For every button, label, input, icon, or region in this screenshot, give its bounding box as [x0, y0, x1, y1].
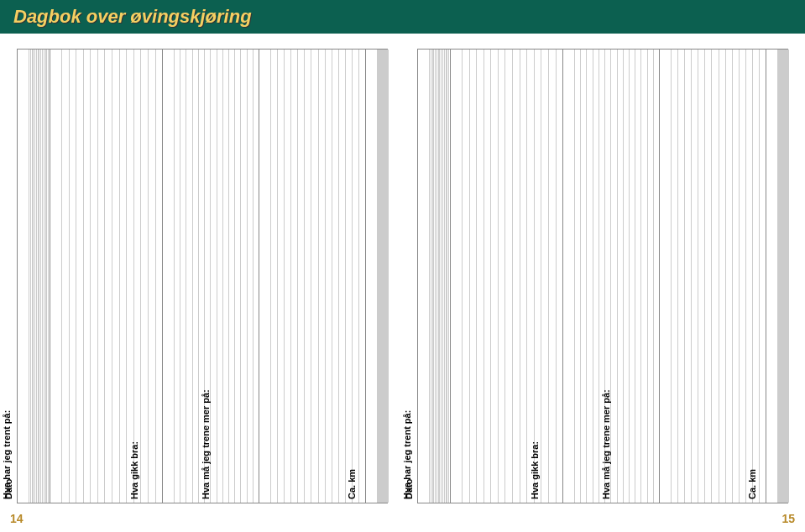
table-cell[interactable]: [76, 50, 84, 503]
cells-bra[interactable]: [175, 50, 259, 503]
table-cell[interactable]: [254, 50, 259, 503]
table-cell[interactable]: [319, 50, 326, 503]
table-cell[interactable]: [753, 50, 760, 503]
table-cell[interactable]: [98, 50, 106, 503]
table-cell[interactable]: [712, 50, 719, 503]
table-cell[interactable]: [339, 50, 346, 503]
table-cell[interactable]: [180, 50, 186, 503]
table-cell[interactable]: [685, 50, 692, 503]
table-cell[interactable]: [193, 50, 199, 503]
table-cell[interactable]: [359, 50, 365, 503]
table-cell[interactable]: [229, 50, 235, 503]
table-cell[interactable]: [463, 50, 470, 503]
table-cell[interactable]: [223, 50, 229, 503]
table-cell[interactable]: [211, 50, 217, 503]
table-cell[interactable]: [641, 50, 647, 503]
table-cell[interactable]: [541, 50, 549, 503]
table-cell[interactable]: [62, 50, 70, 503]
table-cell[interactable]: [549, 50, 557, 503]
table-cell[interactable]: [127, 50, 134, 503]
col-header-label: Hva gikk bra:: [129, 441, 139, 499]
table-cell[interactable]: [477, 50, 484, 503]
table-cell[interactable]: [746, 50, 753, 503]
table-cell[interactable]: [575, 50, 581, 503]
table-cell[interactable]: [278, 50, 285, 503]
table-cell[interactable]: [557, 50, 563, 503]
table-cell[interactable]: [505, 50, 513, 503]
cells-mer[interactable]: [271, 50, 365, 503]
cells-dato[interactable]: [29, 50, 50, 503]
table-cell[interactable]: [271, 50, 278, 503]
table-cell[interactable]: [672, 50, 678, 503]
table-cell[interactable]: [705, 50, 712, 503]
table-cell[interactable]: [149, 50, 156, 503]
table-cell[interactable]: [760, 50, 766, 503]
table-cell[interactable]: [788, 50, 789, 503]
table-cell[interactable]: [648, 50, 654, 503]
table-cell[interactable]: [654, 50, 659, 503]
table-cell[interactable]: [513, 50, 520, 503]
col-header-label: Hva har jeg trent på:: [401, 410, 411, 499]
table-cell[interactable]: [235, 50, 241, 503]
table-cell[interactable]: [175, 50, 180, 503]
cells-trent[interactable]: [62, 50, 162, 503]
table-cell[interactable]: [134, 50, 142, 503]
table-cell[interactable]: [449, 50, 450, 503]
table-cell[interactable]: [726, 50, 733, 503]
table-cell[interactable]: [84, 50, 91, 503]
table-cell[interactable]: [388, 50, 389, 503]
table-cell[interactable]: [618, 50, 624, 503]
table-cell[interactable]: [624, 50, 630, 503]
table-cell[interactable]: [733, 50, 740, 503]
log-page-right: Dato Hva har jeg trent på:: [417, 49, 788, 503]
table-cell[interactable]: [311, 50, 318, 503]
table-cell[interactable]: [698, 50, 705, 503]
table-cell[interactable]: [248, 50, 254, 503]
table-cell[interactable]: [141, 50, 149, 503]
table-cell[interactable]: [535, 50, 542, 503]
table-cell[interactable]: [49, 50, 50, 503]
cells-trent[interactable]: [463, 50, 562, 503]
cells-km[interactable]: [778, 50, 789, 503]
table-cell[interactable]: [241, 50, 247, 503]
table-cell[interactable]: [285, 50, 291, 503]
table-cell[interactable]: [217, 50, 223, 503]
table-cell[interactable]: [520, 50, 528, 503]
cells-mer[interactable]: [672, 50, 766, 503]
table-cell[interactable]: [112, 50, 120, 503]
table-cell[interactable]: [305, 50, 311, 503]
table-cell[interactable]: [611, 50, 617, 503]
table-cell[interactable]: [630, 50, 635, 503]
table-cell[interactable]: [527, 50, 535, 503]
table-cell[interactable]: [470, 50, 478, 503]
table-cell[interactable]: [291, 50, 298, 503]
table-cell[interactable]: [499, 50, 506, 503]
table-cell[interactable]: [70, 50, 77, 503]
table-cell[interactable]: [353, 50, 359, 503]
table-cell[interactable]: [719, 50, 726, 503]
table-cell[interactable]: [635, 50, 641, 503]
table-cell[interactable]: [692, 50, 698, 503]
table-cell[interactable]: [346, 50, 353, 503]
cells-dato[interactable]: [430, 50, 450, 503]
table-cell[interactable]: [484, 50, 492, 503]
table-cell[interactable]: [581, 50, 587, 503]
table-cell[interactable]: [156, 50, 163, 503]
table-cell[interactable]: [740, 50, 746, 503]
table-cell[interactable]: [326, 50, 332, 503]
spread: Dato Hva har jeg trent på:: [17, 49, 788, 503]
table-cell[interactable]: [91, 50, 98, 503]
table-cell[interactable]: [105, 50, 112, 503]
col-header-dato: Dato: [18, 50, 29, 503]
col-header-mer: Hva må jeg trene mer på:: [660, 50, 672, 503]
table-cell[interactable]: [678, 50, 685, 503]
table-cell[interactable]: [332, 50, 339, 503]
table-cell[interactable]: [186, 50, 192, 503]
cells-km[interactable]: [378, 50, 389, 503]
table-cell[interactable]: [491, 50, 499, 503]
table-cell[interactable]: [593, 50, 599, 503]
table-cell[interactable]: [587, 50, 593, 503]
table-cell[interactable]: [298, 50, 305, 503]
table-cell[interactable]: [120, 50, 128, 503]
cells-bra[interactable]: [575, 50, 659, 503]
